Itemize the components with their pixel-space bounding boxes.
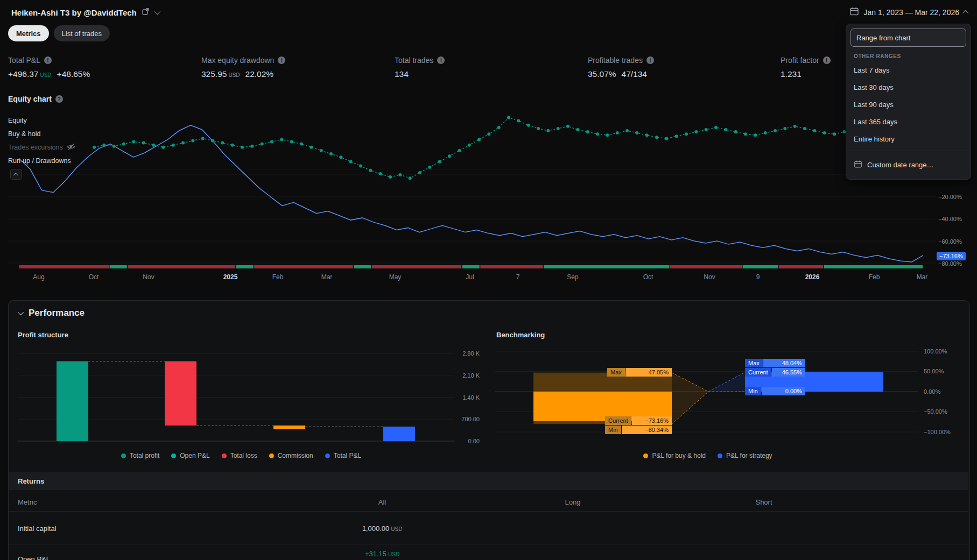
equity-y-label: −80.00% xyxy=(938,260,962,267)
buyhold-min-badge: Min−80.34% xyxy=(605,426,672,434)
x-axis-label: Oct xyxy=(89,273,99,281)
legend-item: Open P&L xyxy=(171,452,209,459)
date-range-menu: Range from chart OTHER RANGES Last 7 day… xyxy=(846,24,971,180)
info-icon[interactable]: i xyxy=(278,56,285,64)
collapse-legend-button[interactable] xyxy=(10,169,22,180)
benchmark-y-label: 50.00% xyxy=(924,368,944,374)
menu-item-entire-history[interactable]: Entire history xyxy=(846,130,971,147)
profit-y-label: 2.10 K xyxy=(455,372,480,379)
legend-dot xyxy=(171,453,176,458)
x-axis-label: Nov xyxy=(704,273,715,281)
profit-y-label: 0.00 xyxy=(455,438,480,444)
menu-item-custom-date-range[interactable]: Custom date range… xyxy=(846,154,971,175)
benchmarking-legend: P&L for buy & holdP&L for strategy xyxy=(495,452,920,459)
x-axis-label: Feb xyxy=(272,273,284,281)
column-header-metric: Metric xyxy=(18,498,37,506)
performance-header[interactable]: Performance xyxy=(18,307,85,320)
metric-max-drawdown: Max equity drawdowni 325.95USD22.02% xyxy=(201,55,285,80)
info-icon[interactable]: i xyxy=(823,56,831,64)
benchmarking-chart xyxy=(495,347,920,438)
legend-toggle-buy-hold[interactable]: Buy & hold xyxy=(8,130,40,138)
x-axis-label: 7 xyxy=(516,273,520,281)
equity-y-label: −40.00% xyxy=(938,216,962,222)
metric-value: 325.95 xyxy=(201,69,227,79)
eye-off-icon xyxy=(67,143,75,152)
metric-extra: 47/134 xyxy=(622,69,647,79)
legend-item: P&L for buy & hold xyxy=(643,452,706,459)
profit-structure-chart xyxy=(18,349,465,445)
chevron-down-icon xyxy=(18,309,24,315)
menu-item-last-7-days[interactable]: Last 7 days xyxy=(846,61,971,79)
view-tabs: Metrics List of trades xyxy=(8,25,110,41)
x-axis-label: Nov xyxy=(143,273,154,281)
metric-label: Max equity drawdown xyxy=(201,56,274,65)
metric-label: Total P&L xyxy=(8,56,40,65)
calendar-icon xyxy=(849,6,859,18)
legend-item: P&L for strategy xyxy=(718,452,772,459)
table-divider xyxy=(9,511,968,512)
metric-value: +496.37 xyxy=(8,69,38,79)
equity-y-label: −20.00% xyxy=(938,194,962,200)
metric-value: 1.231 xyxy=(781,69,802,79)
legend-toggle-equity[interactable]: Equity xyxy=(8,116,27,125)
strategy-title-row[interactable]: Heiken-Ashi T3 by @DaviddTech xyxy=(11,6,159,18)
buyhold-current-badge: Current−73.16% xyxy=(605,416,672,425)
metric-total-trades: Total tradesi 134 xyxy=(395,55,445,80)
metric-label: Total trades xyxy=(395,56,433,65)
menu-item-range-from-chart[interactable]: Range from chart xyxy=(851,29,966,47)
legend-item: Total profit xyxy=(121,452,159,459)
date-range-button[interactable]: Jan 1, 2023 — Mar 22, 2026 xyxy=(849,6,968,18)
info-icon[interactable]: i xyxy=(437,56,445,64)
strategy-tester-panel: Heiken-Ashi T3 by @DaviddTech Jan 1, 202… xyxy=(0,0,977,560)
legend-item: Commission xyxy=(269,452,313,459)
strategy-current-badge: Current46.55% xyxy=(745,368,805,377)
legend-item: Total P&L xyxy=(325,452,361,459)
benchmark-y-label: 0.00% xyxy=(924,388,940,395)
info-icon[interactable]: i xyxy=(646,56,654,64)
benchmark-y-label: −50.00% xyxy=(924,408,947,415)
x-axis-label: May xyxy=(389,273,402,281)
legend-dot xyxy=(269,453,274,458)
metric-label: Profitable trades xyxy=(588,56,643,65)
info-icon[interactable]: i xyxy=(44,56,52,64)
metric-label: Profit factor xyxy=(781,56,819,65)
menu-item-last-30-days[interactable]: Last 30 days xyxy=(846,79,971,96)
equity-chart[interactable] xyxy=(8,110,936,272)
help-icon[interactable]: ? xyxy=(55,95,63,103)
table-cell-all: +31.15USD xyxy=(365,550,399,558)
table-divider xyxy=(9,544,968,544)
menu-section-label: OTHER RANGES xyxy=(854,53,963,59)
drawdown-badge: −73.16% xyxy=(937,252,966,260)
metric-profitable-trades: Profitable tradesi 35.07%47/134 xyxy=(588,55,654,80)
legend-toggle-trades-excursions[interactable]: Trades excursions xyxy=(8,143,75,152)
strategy-title: Heiken-Ashi T3 by @DaviddTech xyxy=(11,8,137,17)
column-header-long: Long xyxy=(565,498,581,506)
metric-total-pnl: Total P&Li +496.37USD+48.65% xyxy=(8,55,90,80)
equity-y-label: −60.00% xyxy=(938,238,962,245)
menu-item-last-90-days[interactable]: Last 90 days xyxy=(846,96,971,113)
open-link-icon xyxy=(142,8,150,18)
legend-dot xyxy=(718,453,722,458)
legend-item: Total loss xyxy=(222,452,257,459)
calendar-icon xyxy=(854,160,862,170)
column-header-all: All xyxy=(378,498,386,506)
profit-y-label: 700.00 xyxy=(455,416,480,422)
metric-value: 134 xyxy=(395,69,409,79)
benchmark-y-label: −100.00% xyxy=(924,429,951,435)
chevron-down-icon xyxy=(154,9,160,15)
tab-list-of-trades[interactable]: List of trades xyxy=(54,25,110,41)
returns-section-header: Returns xyxy=(9,472,968,490)
x-axis-label: 2025 xyxy=(223,273,238,281)
x-axis-label: Mar xyxy=(917,273,928,281)
metric-unit: USD xyxy=(40,72,51,78)
equity-x-axis[interactable]: AugOctNov2025FebMarMayJul7SepOctNov92026… xyxy=(8,273,936,283)
table-cell-all: 1,000.00USD xyxy=(362,524,403,533)
legend-toggle-runup-drawdowns[interactable]: Run-up / Drawdowns xyxy=(8,157,71,165)
tab-metrics[interactable]: Metrics xyxy=(8,25,49,41)
menu-item-last-365-days[interactable]: Last 365 days xyxy=(846,113,971,130)
table-row-metric: Open P&L xyxy=(18,555,50,560)
x-axis-label: 9 xyxy=(756,273,760,281)
legend-dot xyxy=(121,453,126,458)
profit-structure-legend: Total profitOpen P&LTotal lossCommission… xyxy=(18,452,465,459)
x-axis-label: Sep xyxy=(567,273,578,281)
